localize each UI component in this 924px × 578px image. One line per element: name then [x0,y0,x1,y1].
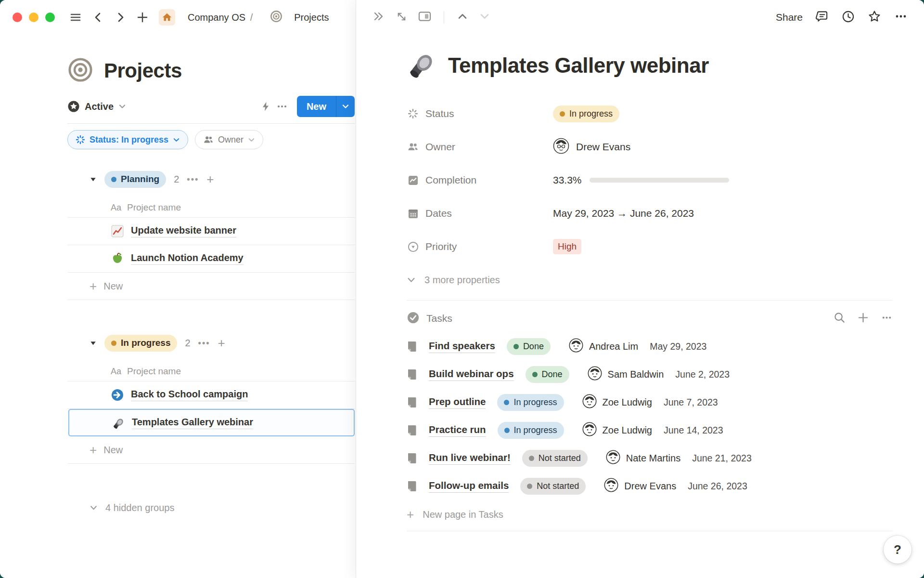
task-assignee[interactable]: Andrea Lim [569,338,638,355]
task-date[interactable]: June 14, 2023 [664,425,723,436]
tasks-title[interactable]: Tasks [426,313,452,324]
group-add-icon[interactable]: + [218,337,225,349]
task-row[interactable]: Follow-up emails Not started Drew Evans … [407,472,893,500]
property-owner[interactable]: Owner Drew Evans [407,137,893,157]
task-date[interactable]: June 7, 2023 [664,397,718,408]
breadcrumb-root[interactable]: Company OS [188,12,245,23]
help-button[interactable]: ? [884,536,911,564]
task-row[interactable]: Prep outline In progress Zoe Ludwig June… [407,388,893,416]
sidebar-toggle-icon[interactable] [69,11,82,24]
property-status[interactable]: Status In progress [407,104,893,123]
new-button-label[interactable]: New [297,96,336,117]
group-options-ellipsis-icon[interactable]: ••• [187,174,199,184]
task-date[interactable]: June 26, 2023 [688,481,747,492]
table-column-header[interactable]: Aa Project name [67,362,355,381]
tab-active-view[interactable]: Active [67,100,126,113]
comments-icon[interactable] [816,10,829,25]
add-row-button[interactable]: + New [67,436,355,464]
task-date[interactable]: June 2, 2023 [675,369,730,380]
task-date[interactable]: June 21, 2023 [692,453,752,464]
zoom-window-button[interactable] [45,13,55,22]
minimize-window-button[interactable] [29,13,38,22]
property-completion[interactable]: Completion 33.3% [407,171,893,190]
side-peek-mode-icon[interactable] [418,11,431,24]
new-page-in-tasks-button[interactable]: + New page in Tasks [407,502,893,527]
task-title[interactable]: Build webinar ops [429,368,514,381]
project-title[interactable]: Templates Gallery webinar [132,417,253,429]
task-assignee[interactable]: Nate Martins [606,450,680,466]
new-button[interactable]: New [297,96,355,117]
project-title[interactable]: Back to School campaign [131,389,248,401]
previous-page-icon[interactable] [457,11,468,24]
collapse-triangle-icon[interactable] [90,176,97,183]
close-window-button[interactable] [13,13,22,22]
group-status-pill[interactable]: In progress [104,335,177,352]
status-dot [560,111,565,117]
share-button[interactable]: Share [776,12,803,23]
peek-page-title[interactable]: Templates Gallery webinar [448,53,709,78]
task-status-pill[interactable]: Not started [520,478,586,495]
task-row[interactable]: Practice run In progress Zoe Ludwig June… [407,416,893,444]
home-icon[interactable] [159,9,175,26]
task-status-pill[interactable]: In progress [497,394,564,411]
more-properties-toggle[interactable]: 3 more properties [407,270,893,289]
property-dates[interactable]: Dates May 29, 2023 → June 26, 2023 [407,204,893,223]
group-in-progress: In progress 2 ••• + Aa Project name [67,334,355,464]
search-icon[interactable] [834,312,846,326]
task-title[interactable]: Practice run [429,424,486,437]
project-title[interactable]: Update website banner [131,225,236,237]
task-assignee[interactable]: Sam Baldwin [588,366,664,382]
task-title[interactable]: Find speakers [429,340,495,353]
task-status-pill[interactable]: Done [507,338,551,355]
breadcrumb-page[interactable]: Projects [294,12,329,23]
task-date[interactable]: May 29, 2023 [650,341,706,352]
task-title[interactable]: Run live webinar! [429,452,511,465]
close-peek-icon[interactable] [372,10,385,25]
expand-page-icon[interactable] [396,11,408,25]
back-icon[interactable] [92,12,104,23]
property-priority[interactable]: Priority High [407,237,893,256]
task-assignee[interactable]: Zoe Ludwig [582,422,652,438]
hidden-groups-toggle[interactable]: 4 hidden groups [67,502,355,513]
task-assignee[interactable]: Drew Evans [604,478,676,494]
tasks-options-ellipsis-icon[interactable] [881,312,893,326]
collapse-triangle-icon[interactable] [90,340,97,347]
new-page-icon[interactable] [137,12,148,23]
favorite-star-icon[interactable] [868,10,881,25]
project-row[interactable]: Templates Gallery webinar [68,409,355,436]
task-status-pill[interactable]: In progress [498,422,564,439]
forward-icon[interactable] [115,12,126,23]
breadcrumb[interactable]: Company OS / [188,12,255,23]
project-row[interactable]: Update website banner [67,218,355,245]
automations-lightning-icon[interactable] [257,98,274,115]
task-row[interactable]: Find speakers Done Andrea Lim May 29, 20… [407,332,893,360]
updates-clock-icon[interactable] [842,10,855,25]
task-title[interactable]: Prep outline [429,396,486,409]
project-row[interactable]: Launch Notion Academy [67,245,355,273]
add-row-button[interactable]: + New [67,273,355,300]
filter-chip-status[interactable]: Status: In progress [67,130,188,149]
more-options-ellipsis-icon[interactable] [894,10,908,25]
task-row[interactable]: Run live webinar! Not started Nate Marti… [407,444,893,472]
new-button-dropdown[interactable] [336,96,355,117]
priority-tag[interactable]: High [553,239,581,254]
filter-chip-owner[interactable]: Owner [195,130,263,149]
group-status-pill[interactable]: Planning [104,171,166,188]
page-emoji-speaker-icon[interactable] [407,50,436,81]
status-value-pill[interactable]: In progress [553,105,619,122]
task-status-pill[interactable]: Done [526,366,569,383]
group-options-ellipsis-icon[interactable]: ••• [198,338,210,348]
project-row[interactable]: Back to School campaign [67,381,355,409]
add-task-icon[interactable] [857,312,869,326]
task-assignee[interactable]: Zoe Ludwig [582,394,652,410]
next-page-icon[interactable] [479,11,490,24]
main-page-panel: Company OS / Projects Projects Active [0,0,356,578]
task-title[interactable]: Follow-up emails [429,480,509,493]
table-column-header[interactable]: Aa Project name [67,198,355,218]
task-row[interactable]: Build webinar ops Done Sam Baldwin June … [407,360,893,388]
project-title[interactable]: Launch Notion Academy [131,252,244,265]
view-options-ellipsis-icon[interactable] [274,98,290,115]
task-status-pill[interactable]: Not started [522,450,588,467]
group-add-icon[interactable]: + [206,173,214,185]
group-header: In progress 2 ••• + [67,334,355,352]
